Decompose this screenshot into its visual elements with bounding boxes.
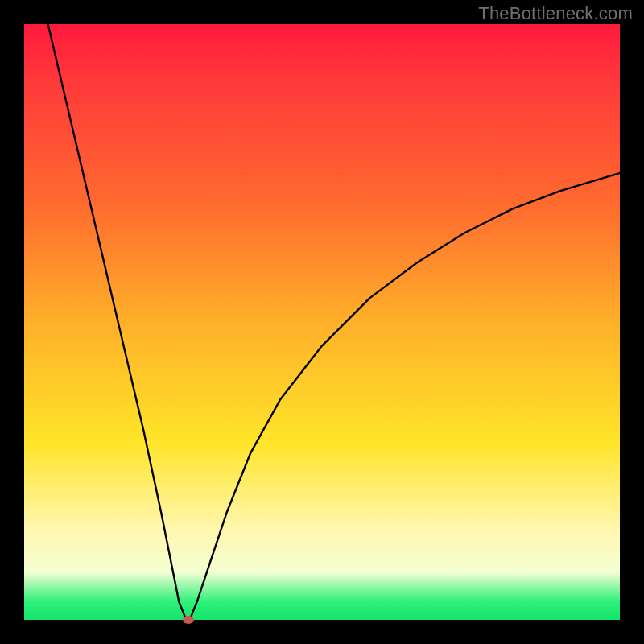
plot-area [24,24,620,620]
chart-frame: TheBottleneck.com [0,0,644,644]
minimum-marker [183,616,194,624]
bottleneck-curve [24,24,620,620]
curve-path [48,24,620,620]
attribution-text: TheBottleneck.com [478,3,633,24]
